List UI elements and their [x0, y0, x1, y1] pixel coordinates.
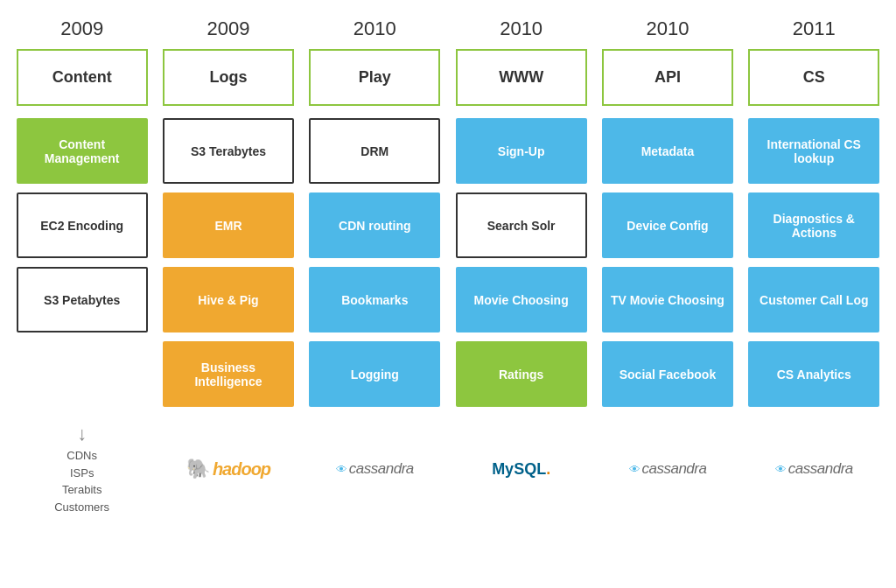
customer-call-log: Customer Call Log — [748, 267, 879, 332]
year-2010-www: 2010 — [456, 18, 587, 40]
items-row-3: S3 Petabytes Hive & Pig Bookmarks Movie … — [9, 267, 887, 332]
items-row-4: Business Intelligence Logging Ratings So… — [9, 341, 887, 407]
category-logs: Logs — [163, 49, 294, 106]
footer-cdns: ↓ CDNsISPsTerabitsCustomers — [17, 423, 148, 515]
s3-terabytes: S3 Terabytes — [163, 118, 294, 184]
search-solr: Search Solr — [456, 192, 587, 258]
hive-pig: Hive & Pig — [163, 267, 294, 332]
cs-analytics: CS Analytics — [748, 341, 879, 407]
footer-cassandra-2: 👁 cassandra — [602, 460, 733, 478]
social-facebook: Social Facebook — [602, 341, 733, 407]
category-row: Content Logs Play WWW API CS — [9, 49, 887, 106]
items-row-1: Content Management S3 Terabytes DRM Sign… — [9, 118, 887, 184]
category-api: API — [602, 49, 733, 106]
cdn-routing: CDN routing — [309, 192, 440, 258]
year-2010-api: 2010 — [602, 18, 733, 40]
mysql-logo-text: MySQL. — [492, 460, 550, 479]
international-cs-lookup: International CS lookup — [748, 118, 879, 184]
empty-placeholder — [17, 341, 148, 407]
logging: Logging — [309, 341, 440, 407]
diagnostics-actions: Diagnostics & Actions — [748, 192, 879, 258]
hadoop-logo-text: hadoop — [213, 459, 270, 480]
year-2009-logs: 2009 — [163, 18, 294, 40]
metadata: Metadata — [602, 118, 733, 184]
years-row: 2009 2009 2010 2010 2010 2011 — [9, 18, 887, 40]
year-2009-content: 2009 — [17, 18, 148, 40]
year-2011-cs: 2011 — [748, 18, 879, 40]
footer-row: ↓ CDNsISPsTerabitsCustomers 🐘 hadoop 👁 c… — [9, 423, 887, 515]
category-www: WWW — [456, 49, 587, 106]
drm: DRM — [309, 118, 440, 184]
cassandra-logo-text-2: cassandra — [642, 460, 707, 478]
category-cs: CS — [748, 49, 879, 106]
sign-up: Sign-Up — [456, 118, 587, 184]
footer-hadoop: 🐘 hadoop — [163, 458, 294, 480]
year-2010-play: 2010 — [309, 18, 440, 40]
footer-cassandra-1: 👁 cassandra — [309, 460, 440, 478]
footer-cassandra-3: 👁 cassandra — [748, 460, 879, 478]
timeline: 2009 2009 2010 2010 2010 2011 Content Lo… — [9, 18, 887, 515]
s3-petabytes: S3 Petabytes — [17, 267, 148, 332]
cassandra-logo-text-1: cassandra — [349, 460, 414, 478]
device-config: Device Config — [602, 192, 733, 258]
down-arrow: ↓ — [17, 423, 148, 445]
ec2-encoding: EC2 Encoding — [17, 192, 148, 258]
bookmarks: Bookmarks — [309, 267, 440, 332]
tv-movie-choosing: TV Movie Choosing — [602, 267, 733, 332]
business-intelligence: Business Intelligence — [163, 341, 294, 407]
movie-choosing: Movie Choosing — [456, 267, 587, 332]
footer-cdns-text: CDNsISPsTerabitsCustomers — [17, 447, 148, 515]
emr: EMR — [163, 192, 294, 258]
cassandra-logo-text-3: cassandra — [788, 460, 853, 478]
items-row-2: EC2 Encoding EMR CDN routing Search Solr… — [9, 192, 887, 258]
category-content: Content — [17, 49, 148, 106]
category-play: Play — [309, 49, 440, 106]
content-management: Content Management — [17, 118, 148, 184]
footer-mysql: MySQL. — [456, 460, 587, 479]
ratings: Ratings — [456, 341, 587, 407]
